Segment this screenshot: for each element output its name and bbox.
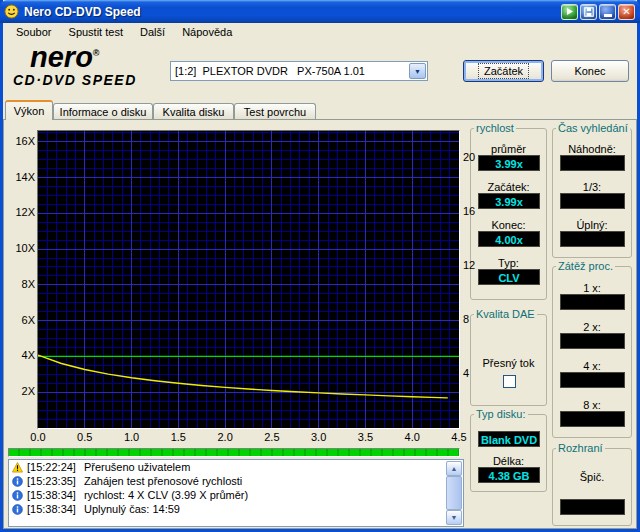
log-time: [15:38:34] bbox=[27, 488, 76, 502]
speed-end-label: Konec: bbox=[471, 219, 546, 231]
titlebar-buttons: ✕ bbox=[561, 4, 635, 20]
panel-disc-type: Typ disku: Blank DVD Délka: 4.38 GB bbox=[470, 414, 547, 492]
panel-interface-title: Rozhraní bbox=[556, 442, 605, 455]
window-title: Nero CD-DVD Speed bbox=[24, 5, 561, 19]
cpu-2x-label: 2 x: bbox=[553, 321, 631, 333]
accurate-stream-checkbox[interactable] bbox=[503, 375, 516, 388]
end-button-label: Konec bbox=[574, 65, 605, 77]
speed-type-value: CLV bbox=[478, 269, 540, 285]
cpu-2x-value bbox=[560, 333, 625, 349]
cddvd-speed-logo: CD·DVD SPEED bbox=[13, 72, 137, 88]
log-entry[interactable]: [15:38:34] rychlost: 4 X CLV (3.99 X prů… bbox=[9, 488, 463, 502]
log-entry[interactable]: [15:22:24] Přerušeno uživatelem bbox=[9, 460, 463, 474]
seek-random-value bbox=[560, 155, 625, 171]
log-text: Zahájen test přenosové rychlosti bbox=[84, 474, 242, 488]
menu-napoveda[interactable]: Nápověda bbox=[175, 23, 239, 42]
speed-end-value: 4.00x bbox=[478, 231, 540, 247]
save-button[interactable] bbox=[580, 4, 597, 20]
scrollbar-thumb[interactable] bbox=[446, 476, 462, 510]
close-icon: ✕ bbox=[622, 6, 630, 17]
seek-third-value bbox=[560, 193, 625, 209]
panel-dae-title: Kvalita DAE bbox=[474, 308, 537, 321]
log-text: Přerušeno uživatelem bbox=[84, 460, 190, 474]
warning-icon bbox=[12, 462, 25, 473]
log-time: [15:38:34] bbox=[27, 502, 76, 516]
event-log[interactable]: [15:22:24] Přerušeno uživatelem [15:23:3… bbox=[8, 459, 464, 527]
speed-average-label: průměr bbox=[471, 143, 546, 155]
scroll-up-button[interactable]: ▲ bbox=[446, 461, 462, 476]
begin-button[interactable]: Začátek bbox=[463, 60, 544, 82]
floppy-icon bbox=[584, 7, 594, 17]
panel-cpu-usage: Zátěž proc. 1 x: 2 x: 4 x: 8 x: bbox=[552, 266, 632, 438]
tab-test-povrchu[interactable]: Test povrchu bbox=[234, 103, 316, 120]
interface-peak-label: Špič. bbox=[553, 471, 631, 483]
speed-average-value: 3.99x bbox=[478, 155, 540, 171]
tab-informace-o-disku[interactable]: Informace o disku bbox=[53, 103, 153, 120]
log-text: Uplynulý čas: 14:59 bbox=[84, 502, 180, 516]
close-button[interactable]: ✕ bbox=[618, 4, 635, 20]
accurate-stream-label: Přesný tok bbox=[471, 357, 546, 369]
begin-button-label: Začátek bbox=[478, 63, 529, 79]
drive-selector-value: [1:2] PLEXTOR DVDR PX-750A 1.01 bbox=[171, 65, 409, 77]
cpu-4x-value bbox=[560, 372, 625, 388]
app-window: Nero CD-DVD Speed ✕ Soubor Spustit test … bbox=[0, 0, 640, 532]
cpu-8x-value bbox=[560, 411, 625, 427]
log-entry[interactable]: [15:38:34] Uplynulý čas: 14:59 bbox=[9, 502, 463, 516]
progress-bar bbox=[8, 448, 460, 457]
scroll-down-button[interactable]: ▼ bbox=[446, 510, 462, 525]
chart-plot bbox=[38, 131, 459, 428]
disc-length-value: 4.38 GB bbox=[478, 467, 540, 483]
progress-fill bbox=[9, 449, 459, 456]
panel-speed-title: rychlost bbox=[474, 122, 516, 135]
transfer-rate-chart bbox=[37, 130, 460, 429]
panel-cpu-title: Zátěž proc. bbox=[556, 260, 615, 273]
panel-speed: rychlost průměr 3.99x Začátek: 3.99x Kon… bbox=[470, 128, 547, 300]
titlebar[interactable]: Nero CD-DVD Speed ✕ bbox=[0, 0, 640, 23]
tab-kvalita-disku[interactable]: Kvalita disku bbox=[153, 103, 234, 120]
speed-start-label: Začátek: bbox=[471, 181, 546, 193]
dropdown-arrow-icon[interactable]: ▼ bbox=[409, 63, 426, 79]
speed-type-label: Typ: bbox=[471, 257, 546, 269]
cpu-8x-label: 8 x: bbox=[553, 399, 631, 411]
info-icon bbox=[12, 504, 25, 515]
info-icon bbox=[12, 490, 25, 501]
interface-peak-value bbox=[560, 499, 625, 515]
cpu-4x-label: 4 x: bbox=[553, 360, 631, 372]
seek-full-value bbox=[560, 231, 625, 247]
registered-mark: ® bbox=[93, 48, 100, 58]
disc-length-label: Délka: bbox=[471, 455, 546, 467]
seek-random-label: Náhodně: bbox=[553, 143, 631, 155]
minimize-icon bbox=[604, 14, 612, 17]
panel-seek-times: Čas vyhledání Náhodně: 1/3: Úplný: bbox=[552, 128, 632, 258]
drive-selector[interactable]: [1:2] PLEXTOR DVDR PX-750A 1.01 ▼ bbox=[170, 61, 428, 81]
nero-logo: nero® bbox=[30, 38, 99, 72]
app-icon-smiley bbox=[4, 4, 20, 20]
panel-interface: Rozhraní Špič. bbox=[552, 448, 632, 526]
cpu-1x-label: 1 x: bbox=[553, 282, 631, 294]
panel-seek-title: Čas vyhledání bbox=[556, 122, 630, 135]
series-rotation-speed bbox=[38, 355, 448, 398]
tab-vykon[interactable]: Výkon bbox=[5, 100, 53, 120]
log-scrollbar[interactable]: ▲ ▼ bbox=[446, 461, 462, 525]
end-button[interactable]: Konec bbox=[551, 60, 629, 82]
panel-disc-title: Typ disku: bbox=[474, 408, 528, 421]
disc-type-value: Blank DVD bbox=[478, 431, 540, 447]
log-text: rychlost: 4 X CLV (3.99 X průměr) bbox=[84, 488, 248, 502]
start-test-titlebar-button[interactable] bbox=[561, 4, 578, 20]
menu-dalsi[interactable]: Další bbox=[133, 23, 172, 42]
play-icon bbox=[565, 7, 574, 16]
cpu-1x-value bbox=[560, 294, 625, 310]
log-time: [15:22:24] bbox=[27, 460, 76, 474]
info-icon bbox=[12, 476, 25, 487]
speed-start-value: 3.99x bbox=[478, 193, 540, 209]
minimize-button[interactable] bbox=[599, 4, 616, 20]
seek-full-label: Úplný: bbox=[553, 219, 631, 231]
log-time: [15:23:35] bbox=[27, 474, 76, 488]
log-entry[interactable]: [15:23:35] Zahájen test přenosové rychlo… bbox=[9, 474, 463, 488]
seek-third-label: 1/3: bbox=[553, 181, 631, 193]
panel-dae-quality: Kvalita DAE Přesný tok bbox=[470, 314, 547, 406]
